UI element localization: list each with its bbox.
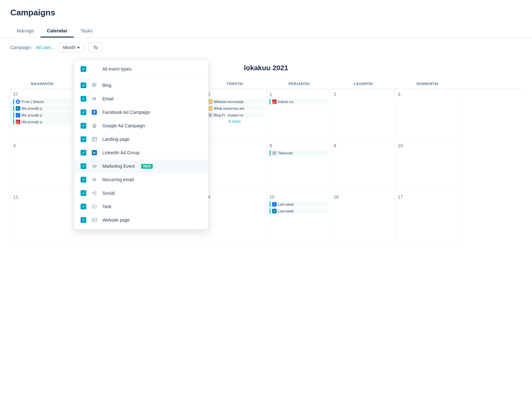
day-header-thu: TORSTAI xyxy=(203,79,267,89)
dropdown-item-label: Email xyxy=(102,96,114,101)
cal-date-1: 1 xyxy=(270,92,328,97)
cal-date-4: 4 xyxy=(13,143,72,148)
dropdown-item-linkedin[interactable]: ✓ in LinkedIn Ad Group xyxy=(74,146,208,159)
event-text: Last week xyxy=(278,202,294,206)
checkbox-facebook: ✓ xyxy=(81,109,86,115)
dropdown-item-all[interactable]: ✓ All event types xyxy=(74,62,208,76)
cal-date-2: 2 xyxy=(334,92,392,97)
cal-cell-14: 14 xyxy=(203,192,267,243)
dropdown-arrow-icon: ▾ xyxy=(77,45,80,50)
event-text: What resources are xyxy=(214,106,245,110)
facebook-icon: f xyxy=(16,113,20,117)
day-header-sun: SUNNUNTAI xyxy=(395,79,459,89)
dropdown-item-google[interactable]: ✓ Google Ad Campaign xyxy=(74,119,208,132)
toolbar: Campaign: All cam... Month ▾ To xyxy=(0,38,532,57)
dropdown-item-website[interactable]: ✓ Website page xyxy=(74,213,208,227)
marketing-event-icon xyxy=(91,163,98,170)
dropdown-item-social[interactable]: ✓ Social xyxy=(74,186,208,200)
list-item[interactable]: ✉ Blog FI - instant no xyxy=(205,112,264,118)
cal-cell-8: 8 ✉ Tilausvah xyxy=(267,140,331,192)
blog-icon xyxy=(91,82,98,89)
more-link-30[interactable]: 6 more xyxy=(205,119,264,124)
landing-page-icon xyxy=(91,136,98,143)
facebook-icon xyxy=(91,109,98,116)
dropdown-item-landing[interactable]: ✓ Landing page xyxy=(74,132,208,146)
list-item[interactable]: ✉ Tilausvah xyxy=(270,150,328,156)
checkbox-all: ✓ xyxy=(81,66,86,72)
list-item[interactable]: f Last week xyxy=(270,201,328,207)
linkedin-icon: in xyxy=(16,106,20,111)
event-text: Millaisia resursseja xyxy=(214,100,244,104)
list-item[interactable]: f We proudly p xyxy=(13,112,72,118)
event-text: We proudly p xyxy=(21,113,42,117)
list-item[interactable]: G FI-en | Search xyxy=(13,99,72,105)
list-item[interactable]: ≡ What resources are xyxy=(205,106,264,111)
linkedin-icon: in xyxy=(272,209,277,213)
list-item[interactable]: in Last week xyxy=(270,208,328,214)
dropdown-item-blog[interactable]: ✓ Blog xyxy=(74,79,208,92)
svg-rect-19 xyxy=(93,221,95,221)
event-text: FI-en | Search xyxy=(21,100,44,104)
email-icon: ✉ xyxy=(91,95,98,102)
checkbox-landing: ✓ xyxy=(81,136,86,142)
cal-cell-4: 4 xyxy=(10,140,74,192)
svg-rect-17 xyxy=(92,219,97,220)
instagram-icon: ◎ xyxy=(16,120,20,124)
cal-date-17: 17 xyxy=(398,194,457,200)
dropdown-item-task[interactable]: ✓ Task xyxy=(74,200,208,213)
dropdown-item-recurring[interactable]: ✓ ✉ Recurring email xyxy=(74,173,208,186)
checkbox-website: ✓ xyxy=(81,217,86,223)
campaign-label: Campaign: xyxy=(10,45,32,50)
list-item[interactable]: in We proudly p xyxy=(13,106,72,111)
svg-rect-18 xyxy=(93,220,96,220)
dropdown-item-label: Facebook Ad Campaign xyxy=(102,110,150,115)
dropdown-item-email[interactable]: ✓ ✉ Email xyxy=(74,92,208,106)
list-item[interactable]: ≡ Millaisia resursseja xyxy=(205,99,264,105)
checkbox-task: ✓ xyxy=(81,204,86,209)
month-button[interactable]: Month ▾ xyxy=(58,43,84,52)
campaign-value: All cam... xyxy=(36,45,55,50)
tab-calendar[interactable]: Calendar xyxy=(40,24,74,37)
cal-date-9: 9 xyxy=(334,143,392,148)
svg-rect-2 xyxy=(92,86,95,87)
checkbox-email: ✓ xyxy=(81,96,86,102)
social-icon xyxy=(91,190,98,197)
dropdown-item-label: Task xyxy=(102,204,112,209)
checkbox-marketing: ✓ xyxy=(81,163,86,169)
list-item[interactable]: ◎ Kaksio La xyxy=(270,99,328,105)
dropdown-item-label: LinkedIn Ad Group xyxy=(102,150,140,155)
recurring-email-icon: ✉ xyxy=(91,176,98,183)
event-type-dropdown: ✓ All event types ✓ Blog ✓ ✉ Email ✓ Fac… xyxy=(74,59,209,230)
svg-rect-7 xyxy=(93,139,95,140)
dropdown-item-label: Recurring email xyxy=(102,177,134,182)
tab-tasks[interactable]: Tasks xyxy=(74,24,99,37)
dropdown-item-facebook[interactable]: ✓ Facebook Ad Campaign xyxy=(74,106,208,119)
cal-date-27: 27 xyxy=(13,92,72,97)
event-text: We proudly p xyxy=(21,106,42,110)
linkedin-icon: in xyxy=(91,149,98,156)
cal-cell-7: 7 xyxy=(203,140,267,192)
event-text: Tilausvah xyxy=(278,151,293,155)
cal-cell-27: 27 G FI-en | Search in We proudly p f We… xyxy=(10,89,74,140)
cal-date-16: 16 xyxy=(334,194,392,200)
svg-line-12 xyxy=(94,193,95,194)
cal-cell-2: 2 xyxy=(331,89,395,140)
cal-date-15: 15 xyxy=(270,194,328,200)
dropdown-item-marketing[interactable]: ✓ Marketing Event NEW xyxy=(74,159,208,173)
dropdown-item-label: Google Ad Campaign xyxy=(102,123,145,128)
to-button[interactable]: To xyxy=(88,43,103,52)
cal-date-14: 14 xyxy=(205,194,264,200)
list-item[interactable]: ◎ We proudly p xyxy=(13,119,72,125)
checkbox-social: ✓ xyxy=(81,190,86,196)
dropdown-divider xyxy=(74,77,208,77)
cal-cell-10: 10 xyxy=(395,140,459,192)
to-label: To xyxy=(93,45,98,50)
cal-date-3: 3 xyxy=(398,92,457,97)
event-text: Blog FI - instant no xyxy=(214,113,243,117)
day-header-mon: MAANANTAI xyxy=(10,79,74,89)
blog-icon: ≡ xyxy=(208,99,212,104)
cal-date-11: 11 xyxy=(13,194,72,200)
tab-manage[interactable]: Manage xyxy=(10,24,40,37)
page: Campaigns Manage Calendar Tasks Campaign… xyxy=(0,0,532,408)
dropdown-item-label: Marketing Event xyxy=(102,164,135,169)
